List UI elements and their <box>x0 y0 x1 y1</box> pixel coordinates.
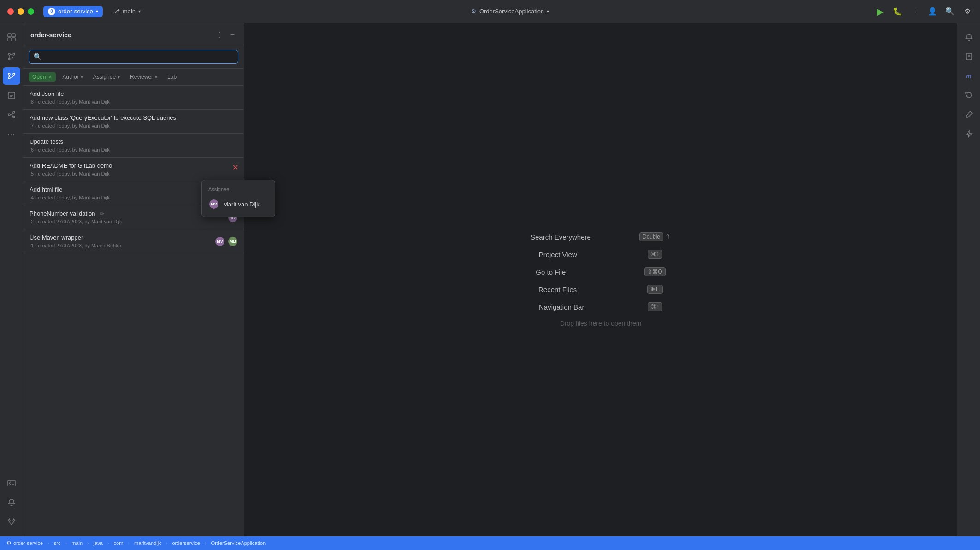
sidebar-item-git[interactable] <box>3 48 20 65</box>
svg-point-9 <box>8 77 10 79</box>
right-undo[interactable] <box>960 87 978 104</box>
right-bookmarks[interactable] <box>960 48 978 65</box>
sidebar-item-mergerequests[interactable] <box>3 67 20 85</box>
key-cmd-e: ⌘E <box>647 285 663 294</box>
dropdown-item-marit[interactable]: MV Marit van Dijk <box>202 196 275 212</box>
filter-author-label: Author <box>62 74 78 80</box>
branch-selector[interactable]: ⎇ main ▾ <box>108 6 145 17</box>
right-notifications[interactable] <box>960 29 978 46</box>
svg-point-5 <box>13 53 15 55</box>
statusbar-path-maritvandijk[interactable]: maritvandijk <box>134 540 161 546</box>
edit-icon: ✏ <box>100 211 104 217</box>
traffic-lights <box>7 8 34 15</box>
run-button[interactable]: ▶ <box>875 6 885 17</box>
maximize-button[interactable] <box>28 8 34 15</box>
titlebar: 0 order-service ▾ ⎇ main ▾ ⚙ OrderServic… <box>0 0 980 23</box>
sidebar-item-gitlab[interactable] <box>3 513 20 531</box>
statusbar-project-icon: ⚙ <box>6 540 12 546</box>
right-mattermost[interactable]: m <box>960 67 978 85</box>
filter-open-close[interactable]: ✕ <box>48 75 52 80</box>
statusbar-path-src[interactable]: src <box>54 540 61 546</box>
app-chevron-icon: ▾ <box>547 9 549 14</box>
more-actions-button[interactable]: ⋮ <box>910 6 920 17</box>
app-name-selector[interactable]: ⚙ OrderServiceApplication ▾ <box>471 8 549 15</box>
mr-meta-4: !5 · created Today, by Marit van Dijk <box>30 171 237 176</box>
shortcut-recent-files: Recent Files ⌘E <box>538 285 663 294</box>
branch-icon: ⎇ <box>113 8 120 15</box>
sidebar-item-issues[interactable] <box>3 87 20 104</box>
mr-item-3[interactable]: Update tests !6 · created Today, by Mari… <box>23 134 244 158</box>
svg-rect-2 <box>8 38 11 41</box>
statusbar-project-label: order-service <box>13 540 43 546</box>
mr-item-4[interactable]: Add README for GitLab demo !5 · created … <box>23 158 244 181</box>
titlebar-right: ▶ 🐛 ⋮ 👤 🔍 ⚙ <box>875 6 973 17</box>
right-lightning[interactable] <box>960 125 978 143</box>
dropdown-label: Assignee <box>202 185 275 196</box>
filter-reviewer[interactable]: Reviewer ▾ <box>126 72 161 82</box>
sidebar-item-pipelines[interactable] <box>3 106 20 123</box>
mr-item-1[interactable]: Add Json file !8 · created Today, by Mar… <box>23 86 244 110</box>
panel-minimize-button[interactable]: − <box>229 29 236 40</box>
branch-name: main <box>123 8 136 15</box>
svg-point-14 <box>8 114 10 116</box>
mr-title-2: Add new class 'QueryExecutor' to execute… <box>30 114 237 121</box>
statusbar-path-java[interactable]: java <box>94 540 103 546</box>
statusbar-path-main[interactable]: main <box>71 540 83 546</box>
statusbar-sep7: › <box>205 540 207 546</box>
panel-title: order-service <box>30 31 71 39</box>
mr-title-1: Add Json file <box>30 90 237 97</box>
project-tab[interactable]: 0 order-service ▾ <box>43 6 103 17</box>
filter-assignee[interactable]: Assignee ▾ <box>89 72 124 82</box>
sidebar-item-notifications[interactable] <box>3 494 20 511</box>
debug-button[interactable]: 🐛 <box>892 6 903 17</box>
branch-chevron-icon: ▾ <box>138 9 141 14</box>
assignee-chevron-icon: ▾ <box>118 75 120 80</box>
mr-avatars-7: MV MB <box>214 236 238 247</box>
shortcut-keys-5: ⌘↑ <box>648 302 662 311</box>
right-pencil[interactable] <box>960 106 978 123</box>
shortcut-search-everywhere: Search Everywhere Double ⇧ <box>531 232 671 241</box>
mr-item-2[interactable]: Add new class 'QueryExecutor' to execute… <box>23 110 244 134</box>
shortcut-keys-2: ⌘1 <box>648 250 663 259</box>
titlebar-left: 0 order-service ▾ ⎇ main ▾ <box>7 6 145 17</box>
shortcut-project-view: Project View ⌘1 <box>539 250 663 259</box>
svg-point-4 <box>8 53 10 55</box>
minimize-button[interactable] <box>18 8 24 15</box>
close-button[interactable] <box>7 8 14 15</box>
statusbar-path-com[interactable]: com <box>114 540 124 546</box>
filter-labels[interactable]: Lab <box>164 72 180 82</box>
search-icon: 🔍 <box>34 53 41 60</box>
mr-list: Add Json file !8 · created Today, by Mar… <box>23 86 244 536</box>
statusbar-path-class[interactable]: OrderServiceApplication <box>211 540 266 546</box>
mr-meta-1: !8 · created Today, by Marit van Dijk <box>30 99 237 105</box>
mr-meta-7: !1 · created 27/07/2023, by Marco Behler <box>30 243 237 248</box>
statusbar-project[interactable]: ⚙ order-service <box>6 540 43 546</box>
sidebar-item-project[interactable] <box>3 29 20 46</box>
mr-close-icon-4[interactable]: ✕ <box>232 163 238 172</box>
mr-item-7[interactable]: Use Maven wrapper !1 · created 27/07/202… <box>23 229 244 253</box>
svg-rect-1 <box>12 34 15 37</box>
statusbar-path-orderservice[interactable]: orderservice <box>172 540 200 546</box>
avatar-marco: MB <box>227 236 238 247</box>
mr-panel: order-service ⋮ − 🔍 Open ✕ Author ▾ <box>23 23 244 536</box>
search-everywhere-button[interactable]: 🔍 <box>945 6 955 17</box>
statusbar-sep5: › <box>128 540 130 546</box>
search-input[interactable] <box>44 53 233 60</box>
filter-open[interactable]: Open ✕ <box>29 72 56 82</box>
left-sidebar: ··· <box>0 23 23 536</box>
collab-icon[interactable]: 👤 <box>927 6 938 17</box>
filter-reviewer-label: Reviewer <box>130 74 153 80</box>
settings-button[interactable]: ⚙ <box>962 6 973 17</box>
mr-title-4: Add README for GitLab demo <box>30 162 237 169</box>
sidebar-item-terminal[interactable] <box>3 474 20 492</box>
filter-author[interactable]: Author ▾ <box>59 72 86 82</box>
shortcut-label-1: Search Everywhere <box>531 233 632 241</box>
key-shift: ⇧ <box>665 233 671 240</box>
sidebar-item-more[interactable]: ··· <box>3 125 20 143</box>
panel-more-button[interactable]: ⋮ <box>214 29 225 40</box>
statusbar-sep1: › <box>47 540 49 546</box>
key-cmd1: ⌘1 <box>648 250 663 259</box>
filter-labels-label: Lab <box>167 74 177 80</box>
svg-rect-0 <box>8 34 11 37</box>
reviewer-chevron-icon: ▾ <box>155 75 157 80</box>
